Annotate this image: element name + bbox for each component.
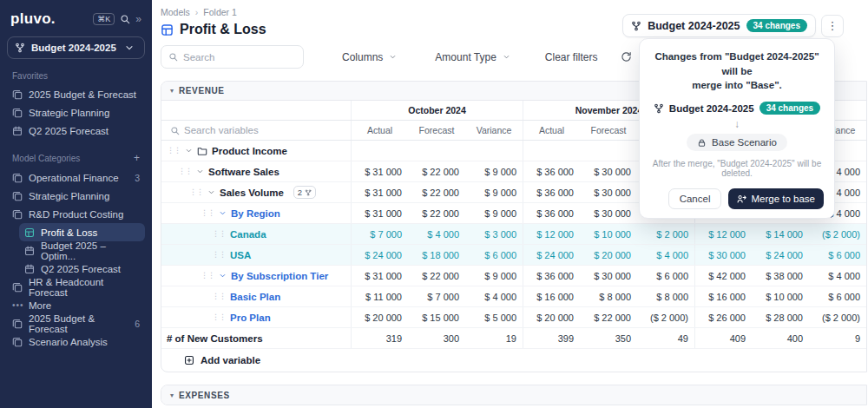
table-row[interactable]: ⋮⋮Basic Plan$ 11 000$ 7 000$ 4 000$ 16 0… (161, 286, 866, 307)
value-cell[interactable]: $ 31 000 (351, 161, 408, 181)
sidebar-item-2025-budget-forecast-bottom[interactable]: 2025 Budget & Forecast 6 (7, 314, 145, 332)
value-cell[interactable]: $ 28 000 (752, 307, 809, 327)
value-cell[interactable]: $ 24 000 (752, 245, 809, 265)
value-cell[interactable] (351, 141, 408, 161)
sidebar-item-profit-and-loss[interactable]: Profit & Loss (19, 223, 145, 241)
value-cell[interactable]: $ 30 000 (580, 182, 637, 202)
value-cell[interactable]: $ 36 000 (523, 203, 580, 223)
table-row[interactable]: ⋮⋮Pro Plan$ 20 000$ 15 000$ 5 000$ 20 00… (161, 307, 866, 328)
value-cell[interactable]: $ 6 000 (637, 266, 694, 286)
sidebar-item-budget-2025-optim[interactable]: Budget 2025 – Optim... (19, 241, 145, 260)
value-cell[interactable]: $ 38 000 (752, 266, 809, 286)
drag-handle-icon[interactable]: ⋮⋮ (201, 272, 214, 280)
value-cell[interactable]: ($ 2 000) (809, 307, 866, 327)
value-cell[interactable] (580, 141, 637, 161)
sidebar-item-operational-finance[interactable]: Operational Finance 3 (7, 168, 145, 187)
value-cell[interactable]: $ 9 000 (465, 266, 523, 286)
value-cell[interactable]: $ 16 000 (523, 286, 580, 306)
value-cell[interactable] (465, 141, 523, 161)
value-cell[interactable]: $ 31 000 (351, 266, 408, 286)
collapse-sidebar-icon[interactable]: » (135, 13, 141, 25)
value-cell[interactable]: $ 6 000 (465, 245, 523, 265)
amount-type-button[interactable]: Amount Type (435, 51, 510, 63)
value-cell[interactable]: $ 9 000 (465, 161, 523, 181)
value-cell[interactable]: $ 31 000 (351, 182, 408, 202)
value-cell[interactable]: 350 (580, 328, 637, 348)
value-cell[interactable]: $ 22 000 (408, 203, 465, 223)
value-cell[interactable]: $ 4 000 (408, 224, 465, 244)
expenses-section-header[interactable]: ▾ EXPENSES (161, 385, 866, 405)
table-row[interactable]: ⋮⋮By Subscription Tier$ 31 000$ 22 000$ … (161, 266, 866, 286)
drag-handle-icon[interactable]: ⋮⋮ (189, 188, 203, 196)
search-icon[interactable] (120, 14, 130, 24)
value-cell[interactable]: $ 7 000 (351, 224, 408, 244)
value-cell[interactable]: $ 24 000 (523, 245, 580, 265)
table-row[interactable]: ⋮⋮USA$ 24 000$ 18 000$ 6 000$ 24 000$ 20… (161, 245, 866, 266)
value-cell[interactable]: $ 15 000 (408, 307, 465, 327)
value-cell[interactable]: $ 31 000 (351, 203, 408, 223)
refresh-icon[interactable] (621, 51, 632, 63)
value-cell[interactable]: $ 12 000 (523, 224, 580, 244)
value-cell[interactable]: $ 26 000 (694, 307, 752, 327)
value-cell[interactable]: $ 8 000 (637, 286, 694, 306)
value-cell[interactable]: $ 11 000 (351, 286, 408, 306)
search-variables-input[interactable]: Search variables (161, 121, 351, 140)
value-cell[interactable]: $ 18 000 (408, 245, 465, 265)
drag-handle-icon[interactable]: ⋮⋮ (212, 251, 226, 259)
chevron-down-icon[interactable] (219, 272, 227, 280)
drag-handle-icon[interactable]: ⋮⋮ (212, 293, 226, 300)
value-cell[interactable]: $ 22 000 (408, 266, 465, 286)
value-cell[interactable]: $ 14 000 (752, 224, 809, 244)
value-cell[interactable]: 300 (408, 328, 465, 348)
value-cell[interactable]: $ 20 000 (351, 307, 408, 327)
value-cell[interactable]: $ 4 000 (465, 286, 523, 306)
value-cell[interactable]: $ 6 000 (809, 245, 866, 265)
value-cell[interactable]: $ 30 000 (580, 203, 637, 223)
sidebar-item-hr-headcount-forecast[interactable]: HR & Headcount Forecast (7, 278, 145, 296)
value-cell[interactable]: 409 (694, 328, 752, 348)
value-cell[interactable]: $ 9 000 (465, 203, 523, 223)
drag-handle-icon[interactable]: ⋮⋮ (212, 313, 226, 321)
value-cell[interactable]: $ 30 000 (580, 266, 637, 286)
sidebar-item-q2-2025-forecast[interactable]: Q2 2025 Forecast (7, 122, 145, 140)
drag-handle-icon[interactable]: ⋮⋮ (212, 230, 226, 238)
value-cell[interactable]: $ 4 000 (637, 245, 694, 265)
chevron-down-icon[interactable] (219, 209, 227, 217)
value-cell[interactable]: $ 6 000 (809, 286, 866, 306)
value-cell[interactable]: $ 2 000 (637, 224, 694, 244)
chevron-down-icon[interactable] (196, 168, 204, 175)
value-cell[interactable]: 9 (809, 328, 866, 348)
value-cell[interactable]: 400 (752, 328, 809, 348)
value-cell[interactable]: $ 4 000 (809, 266, 866, 286)
value-cell[interactable]: $ 30 000 (580, 161, 637, 181)
scenario-count-badge[interactable]: 2 (293, 186, 316, 199)
value-cell[interactable]: $ 22 000 (408, 182, 465, 202)
value-cell[interactable]: $ 36 000 (523, 266, 580, 286)
chevron-down-icon[interactable] (185, 147, 193, 155)
value-cell[interactable]: $ 20 000 (580, 245, 637, 265)
value-cell[interactable]: $ 22 000 (408, 161, 465, 181)
add-category-icon[interactable]: + (134, 152, 140, 164)
cancel-button[interactable]: Cancel (668, 188, 722, 209)
value-cell[interactable]: $ 42 000 (694, 266, 752, 286)
columns-button[interactable]: Columns (342, 51, 397, 63)
value-cell[interactable]: $ 10 000 (752, 286, 809, 306)
value-cell[interactable]: $ 3 000 (465, 224, 523, 244)
value-cell[interactable]: $ 24 000 (351, 245, 408, 265)
value-cell[interactable]: 399 (523, 328, 580, 348)
clear-filters-button[interactable]: Clear filters (545, 51, 598, 63)
value-cell[interactable]: $ 5 000 (465, 307, 523, 327)
sidebar-item-scenario-analysis[interactable]: Scenario Analysis (7, 332, 145, 351)
breadcrumb-models[interactable]: Models (161, 7, 190, 17)
sidebar-item-rnd-product-costing[interactable]: R&D Product Costing (7, 205, 145, 223)
value-cell[interactable] (408, 141, 465, 161)
value-cell[interactable]: 319 (351, 328, 408, 348)
value-cell[interactable]: $ 16 000 (694, 286, 752, 306)
breadcrumb-folder[interactable]: Folder 1 (203, 7, 237, 17)
value-cell[interactable] (523, 141, 580, 161)
add-variable-button[interactable]: Add variable (161, 349, 866, 372)
value-cell[interactable]: $ 36 000 (523, 182, 580, 202)
value-cell[interactable]: ($ 2 000) (637, 307, 694, 327)
sidebar-item-strategic-planning-category[interactable]: Strategic Planning (7, 187, 145, 205)
value-cell[interactable]: $ 12 000 (694, 224, 752, 244)
